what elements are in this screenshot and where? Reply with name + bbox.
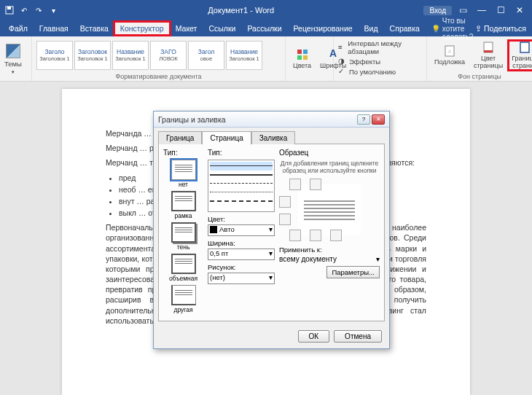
effects-button[interactable]: ◑Эффекты: [338, 56, 380, 66]
tab-mailings[interactable]: Рассылки: [241, 22, 287, 35]
style-option[interactable]: НазваниеЗаголовок 1: [226, 41, 262, 70]
watermark-button[interactable]: AПодложка: [431, 44, 468, 66]
preview-hint: Для добавления границ щелкните образец и…: [279, 160, 380, 174]
ribbon-options-icon[interactable]: ▭: [455, 5, 471, 15]
save-icon[interactable]: [4, 5, 15, 15]
edge-top-button[interactable]: [289, 179, 301, 190]
params-button[interactable]: Параметры...: [326, 266, 380, 278]
themes-icon: [6, 44, 20, 58]
svg-rect-1: [7, 7, 11, 9]
width-label: Ширина:: [208, 239, 275, 247]
setting-box[interactable]: рамка: [163, 191, 203, 219]
svg-rect-9: [484, 50, 493, 52]
setting-header: Тип:: [163, 149, 203, 157]
minimize-icon[interactable]: —: [474, 5, 490, 15]
colors-button[interactable]: Цвета: [290, 48, 314, 70]
paragraph-spacing-button[interactable]: ≡Интервал между абзацами: [338, 39, 422, 56]
svg-rect-4: [297, 55, 302, 60]
art-label: Рисунок:: [208, 263, 275, 271]
tab-insert[interactable]: Вставка: [74, 22, 114, 35]
window-title: Документ1 - Word: [58, 6, 423, 15]
width-select[interactable]: 0,5 пт▾: [208, 249, 275, 260]
svg-text:A: A: [448, 49, 452, 54]
apply-label: Применить к:: [279, 246, 380, 254]
cancel-button[interactable]: Отмена: [334, 330, 382, 343]
watermark-icon: A: [443, 44, 456, 58]
dialog-tab-page[interactable]: Страница: [202, 131, 251, 144]
dialog-close-icon[interactable]: ✕: [372, 114, 385, 125]
set-default-button[interactable]: ✓По умолчанию: [338, 66, 396, 77]
themes-button[interactable]: Темы▾: [4, 44, 22, 75]
style-option[interactable]: ЗаголовокЗаголовок 1: [74, 41, 111, 70]
maximize-icon[interactable]: ☐: [493, 5, 509, 15]
style-header: Тип:: [208, 149, 275, 157]
preview-header: Образец: [279, 149, 380, 157]
page-borders-button[interactable]: Границы страниц: [509, 41, 532, 70]
effects-icon: ◑: [338, 57, 347, 66]
bulb-icon: 💡: [431, 25, 440, 33]
style-option[interactable]: ЗаголоЗаголовок 1: [36, 41, 73, 70]
edge-left-button[interactable]: [279, 196, 291, 208]
tab-design[interactable]: Конструктор: [114, 22, 170, 35]
borders-dialog: Границы и заливка ? ✕ Граница Страница З…: [153, 111, 390, 349]
color-label: Цвет:: [208, 215, 275, 223]
close-icon[interactable]: ✕: [512, 5, 528, 15]
style-option[interactable]: Заголовое: [188, 41, 224, 70]
dialog-help-icon[interactable]: ?: [357, 114, 370, 125]
tab-help[interactable]: Справка: [384, 22, 426, 35]
svg-rect-10: [520, 42, 529, 52]
edge-bottom2-button[interactable]: [310, 230, 321, 241]
tab-view[interactable]: Вид: [359, 22, 384, 35]
setting-none[interactable]: нет: [163, 160, 203, 188]
svg-rect-3: [303, 50, 308, 54]
edge-bottom3-button[interactable]: [330, 230, 342, 241]
group-background-label: Фон страницы: [431, 72, 528, 80]
art-select[interactable]: (нет)▾: [208, 273, 275, 284]
page-borders-icon: [518, 41, 531, 54]
dialog-title: Границы и заливка: [158, 115, 356, 124]
login-button[interactable]: Вход: [423, 6, 452, 15]
apply-select[interactable]: всему документу▾: [279, 255, 380, 263]
color-select[interactable]: Авто▾: [208, 224, 275, 236]
page-color-icon: [482, 41, 495, 54]
style-option[interactable]: ЗАГОЛОВОК: [150, 41, 187, 70]
dialog-tab-border[interactable]: Граница: [158, 131, 202, 144]
setting-custom[interactable]: другая: [163, 285, 203, 313]
default-icon: ✓: [338, 67, 347, 76]
dialog-tab-fill[interactable]: Заливка: [251, 131, 296, 144]
style-gallery[interactable]: ЗаголоЗаголовок 1 ЗаголовокЗаголовок 1 Н…: [36, 41, 262, 70]
tab-layout[interactable]: Макет: [170, 22, 203, 35]
preview-page[interactable]: [298, 184, 361, 235]
edge-top2-button[interactable]: [310, 179, 321, 190]
setting-shadow[interactable]: тень: [163, 222, 203, 251]
tab-home[interactable]: Главная: [34, 22, 74, 35]
ok-button[interactable]: ОК: [298, 330, 330, 343]
edge-left2-button[interactable]: [279, 214, 291, 225]
tell-me[interactable]: 💡Что вы хотите сделать?: [431, 17, 475, 41]
tab-review[interactable]: Рецензирование: [288, 22, 359, 35]
share-button[interactable]: ⇪Поделиться: [475, 24, 526, 33]
style-option[interactable]: НазваниеЗаголовок 1: [112, 41, 149, 70]
edge-bottom-button[interactable]: [289, 230, 301, 241]
line-style-list[interactable]: [208, 160, 275, 212]
setting-3d[interactable]: объемная: [163, 254, 203, 282]
tab-references[interactable]: Ссылки: [203, 22, 241, 35]
page-color-button[interactable]: Цвет страницы: [471, 41, 506, 70]
spacing-icon: ≡: [338, 43, 345, 52]
colors-icon: [296, 48, 309, 61]
tab-file[interactable]: Файл: [3, 22, 34, 35]
qat-more-icon[interactable]: ▾: [48, 5, 58, 15]
group-formatting-label: Форматирование документа: [36, 72, 281, 80]
svg-rect-2: [297, 50, 302, 54]
share-icon: ⇪: [475, 24, 482, 33]
redo-icon[interactable]: ↷: [34, 5, 44, 15]
undo-icon[interactable]: ↶: [19, 5, 29, 15]
svg-rect-5: [303, 55, 308, 60]
